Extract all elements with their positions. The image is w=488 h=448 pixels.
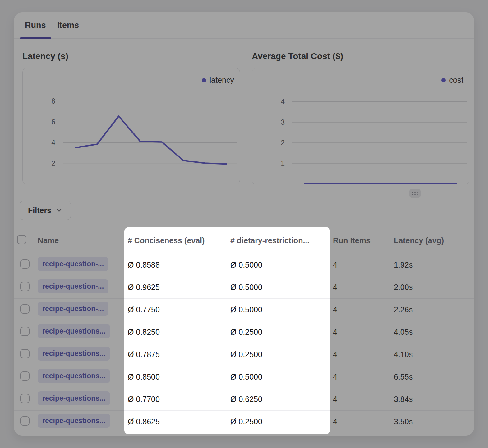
svg-text:3: 3: [281, 118, 285, 126]
table-row[interactable]: recipe-question-... Ø 0.7750 Ø 0.5000 4 …: [14, 299, 474, 321]
page: { "tabs": [ { "label": "Runs", "active":…: [0, 0, 488, 448]
dietary-cell: Ø 0.5000: [227, 305, 330, 314]
row-checkbox[interactable]: [20, 304, 30, 314]
row-checkbox[interactable]: [20, 349, 30, 358]
table-row[interactable]: recipe-questions... Ø 0.7700 Ø 0.6250 4 …: [14, 388, 474, 411]
row-checkbox[interactable]: [20, 259, 30, 269]
column-header-dietary-restriction: # dietary-restriction...: [227, 236, 330, 245]
svg-text:8: 8: [51, 97, 55, 105]
conciseness-cell: Ø 0.7875: [125, 350, 227, 359]
svg-text:4: 4: [281, 98, 285, 106]
row-checkbox[interactable]: [20, 282, 30, 291]
cost-chart: 1234 cost: [252, 68, 469, 184]
dietary-cell: Ø 0.5000: [227, 260, 330, 269]
tab-runs[interactable]: Runs: [25, 21, 46, 38]
table-row[interactable]: recipe-question-... Ø 0.8588 Ø 0.5000 4 …: [14, 254, 474, 276]
legend-label: latency: [209, 76, 234, 85]
column-header-conciseness: # Conciseness (eval): [125, 236, 227, 245]
latency-chart-block: Latency (s) 2468 latency: [22, 51, 240, 184]
column-header-run-items: Run Items: [330, 236, 391, 245]
cost-line-chart: 1234: [252, 68, 469, 184]
conciseness-cell: Ø 0.8588: [125, 260, 227, 269]
svg-text:6: 6: [51, 118, 55, 126]
dietary-cell: Ø 0.6250: [227, 395, 330, 404]
svg-text:2: 2: [51, 159, 55, 167]
svg-text:1: 1: [281, 159, 285, 167]
run-name-badge[interactable]: recipe-questions...: [38, 347, 110, 361]
run-items-cell: 4: [330, 305, 391, 314]
run-name-badge[interactable]: recipe-question-...: [38, 279, 108, 293]
cost-legend: cost: [441, 76, 463, 85]
run-items-cell: 4: [330, 328, 391, 337]
table-header-row: Name # Conciseness (eval) # dietary-rest…: [14, 227, 474, 254]
column-header-latency-avg: Latency (avg): [391, 236, 474, 245]
dietary-cell: Ø 0.2500: [227, 417, 330, 426]
drag-handle-icon[interactable]: [409, 189, 421, 198]
table-row[interactable]: recipe-questions... Ø 0.8500 Ø 0.5000 4 …: [14, 366, 474, 388]
latency-chart-title: Latency (s): [22, 51, 240, 63]
latency-cell: 6.55s: [391, 372, 474, 381]
row-checkbox[interactable]: [20, 371, 30, 381]
dietary-cell: Ø 0.5000: [227, 372, 330, 381]
select-all-checkbox[interactable]: [17, 235, 26, 244]
run-name-badge[interactable]: recipe-question-...: [38, 257, 108, 271]
filters-button-label: Filters: [28, 206, 51, 215]
table-row[interactable]: recipe-questions... Ø 0.8625 Ø 0.2500 4 …: [14, 411, 474, 433]
run-name-badge[interactable]: recipe-questions...: [38, 414, 110, 428]
latency-legend: latency: [202, 76, 234, 85]
run-name-badge[interactable]: recipe-questions...: [38, 391, 110, 405]
latency-cell: 4.10s: [391, 350, 474, 359]
conciseness-cell: Ø 0.8625: [125, 417, 227, 426]
tab-bar: Runs Items: [14, 12, 474, 39]
svg-text:2: 2: [281, 139, 285, 147]
latency-cell: 3.84s: [391, 395, 474, 404]
run-name-badge[interactable]: recipe-question-...: [38, 302, 108, 316]
conciseness-cell: Ø 0.8500: [125, 372, 227, 381]
table-row[interactable]: recipe-questions... Ø 0.7875 Ø 0.2500 4 …: [14, 343, 474, 366]
svg-text:4: 4: [51, 138, 55, 147]
latency-cell: 2.00s: [391, 283, 474, 292]
table-row[interactable]: recipe-questions... Ø 0.8250 Ø 0.2500 4 …: [14, 321, 474, 343]
runs-table: Name # Conciseness (eval) # dietary-rest…: [14, 227, 474, 433]
column-header-name: Name: [35, 236, 125, 245]
cost-chart-title: Average Total Cost ($): [252, 51, 469, 63]
legend-dot: [202, 78, 206, 82]
conciseness-cell: Ø 0.7750: [125, 305, 227, 314]
table-row[interactable]: recipe-question-... Ø 0.9625 Ø 0.5000 4 …: [14, 276, 474, 299]
conciseness-cell: Ø 0.9625: [125, 283, 227, 292]
row-checkbox[interactable]: [20, 416, 30, 426]
run-items-cell: 4: [330, 395, 391, 404]
latency-line-chart: 2468: [23, 68, 240, 184]
legend-label: cost: [449, 76, 463, 85]
run-items-cell: 4: [330, 260, 391, 269]
conciseness-cell: Ø 0.7700: [125, 395, 227, 404]
latency-cell: 3.50s: [391, 417, 474, 426]
run-items-cell: 4: [330, 417, 391, 426]
runs-panel: Runs Items Latency (s) 2468 latency Aver…: [14, 12, 474, 436]
dietary-cell: Ø 0.2500: [227, 350, 330, 359]
run-items-cell: 4: [330, 372, 391, 381]
latency-cell: 2.26s: [391, 305, 474, 314]
chevron-down-icon: [56, 207, 62, 214]
legend-dot: [441, 78, 446, 82]
row-checkbox[interactable]: [20, 394, 30, 403]
latency-chart: 2468 latency: [22, 68, 240, 184]
run-name-badge[interactable]: recipe-questions...: [38, 369, 110, 383]
tab-items[interactable]: Items: [57, 21, 79, 38]
dietary-cell: Ø 0.2500: [227, 328, 330, 337]
dietary-cell: Ø 0.5000: [227, 283, 330, 292]
cost-chart-block: Average Total Cost ($) 1234 cost: [252, 51, 469, 184]
charts-section: Latency (s) 2468 latency Average Total C…: [22, 51, 469, 184]
row-checkbox[interactable]: [20, 327, 30, 336]
conciseness-cell: Ø 0.8250: [125, 328, 227, 337]
latency-cell: 1.92s: [391, 260, 474, 269]
run-items-cell: 4: [330, 350, 391, 359]
run-name-badge[interactable]: recipe-questions...: [38, 324, 110, 338]
latency-cell: 4.05s: [391, 328, 474, 337]
run-items-cell: 4: [330, 283, 391, 292]
filters-button[interactable]: Filters: [20, 201, 71, 220]
